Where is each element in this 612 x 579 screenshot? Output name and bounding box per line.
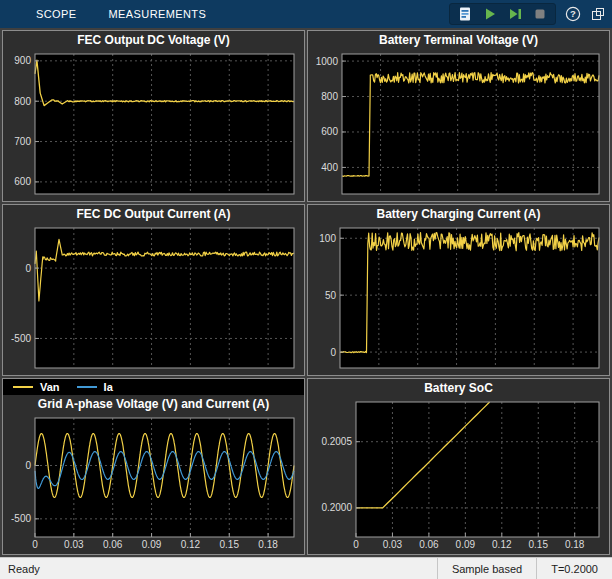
status-ready: Ready [0, 563, 437, 575]
svg-text:700: 700 [14, 136, 31, 147]
chart-title: FEC DC Output Current (A) [3, 205, 304, 223]
tab-scope[interactable]: SCOPE [20, 0, 93, 28]
svg-text:50: 50 [325, 290, 337, 301]
chart-title: Grid A-phase Voltage (V) and Current (A) [3, 395, 304, 413]
svg-text:?: ? [570, 8, 576, 19]
legend: Van Ia [3, 379, 304, 395]
svg-text:0: 0 [32, 539, 38, 550]
tab-measurements[interactable]: MEASUREMENTS [93, 0, 223, 28]
svg-text:800: 800 [321, 91, 338, 102]
plot-battery-charging-current[interactable]: 050100 [310, 223, 607, 373]
legend-item-van[interactable]: Van [40, 381, 60, 393]
legend-item-ia[interactable]: Ia [104, 381, 113, 393]
svg-text:0: 0 [25, 460, 31, 471]
svg-text:0.12: 0.12 [181, 539, 201, 550]
plot-fec-dc-output-current[interactable]: -5000 [5, 223, 302, 373]
svg-text:0.12: 0.12 [492, 539, 512, 550]
chart-title: FEC Output DC Voltage (V) [3, 31, 304, 49]
toolstrip: SCOPE MEASUREMENTS [0, 0, 612, 28]
toolbar-actions: ? [449, 0, 606, 28]
svg-text:0.06: 0.06 [419, 539, 439, 550]
svg-text:1000: 1000 [316, 56, 339, 67]
svg-text:0.18: 0.18 [258, 539, 278, 550]
plot-fec-output-dc-voltage[interactable]: 600700800900 [5, 49, 302, 199]
chart-title: Battery Charging Current (A) [308, 205, 609, 223]
svg-text:100: 100 [319, 233, 336, 244]
panel-battery-soc: Battery SoC 0.20000.200500.030.060.090.1… [307, 378, 610, 555]
svg-text:400: 400 [321, 162, 338, 173]
svg-text:0.09: 0.09 [142, 539, 162, 550]
plot-battery-terminal-voltage[interactable]: 4006008001000 [310, 49, 607, 199]
svg-text:900: 900 [14, 55, 31, 66]
panel-battery-charging-current: Battery Charging Current (A) 050100 [307, 204, 610, 376]
status-sim-time: T=0.2000 [536, 558, 612, 579]
open-in-new-window-icon[interactable] [590, 6, 606, 22]
svg-text:-500: -500 [11, 333, 31, 344]
svg-text:0.09: 0.09 [456, 539, 476, 550]
chart-title: Battery SoC [308, 379, 609, 397]
status-sample-mode: Sample based [437, 558, 536, 579]
status-bar: Ready Sample based T=0.2000 [0, 557, 612, 579]
svg-text:0.06: 0.06 [103, 539, 123, 550]
panel-battery-terminal-voltage: Battery Terminal Voltage (V) 40060080010… [307, 30, 610, 202]
simulation-button-group [449, 3, 556, 25]
svg-text:0.03: 0.03 [383, 539, 403, 550]
svg-text:0: 0 [353, 539, 359, 550]
svg-text:0.15: 0.15 [529, 539, 549, 550]
help-button[interactable]: ? [565, 6, 581, 22]
svg-text:0.03: 0.03 [64, 539, 84, 550]
legend-swatch-van [13, 386, 33, 388]
simulation-manager-icon[interactable] [457, 6, 473, 22]
svg-text:0: 0 [25, 263, 31, 274]
svg-text:0: 0 [330, 347, 336, 358]
stop-button[interactable] [532, 6, 548, 22]
panel-grid-a-phase: Van Ia Grid A-phase Voltage (V) and Curr… [2, 378, 305, 555]
plot-grid-a-phase[interactable]: -500000.030.060.090.120.150.18 [5, 413, 302, 552]
panel-fec-dc-output-current: FEC DC Output Current (A) -5000 [2, 204, 305, 376]
chart-title: Battery Terminal Voltage (V) [308, 31, 609, 49]
svg-text:0.18: 0.18 [565, 539, 585, 550]
svg-text:0.2000: 0.2000 [321, 502, 352, 513]
svg-text:0.2005: 0.2005 [321, 436, 352, 447]
scope-layout: FEC Output DC Voltage (V) 600700800900 B… [0, 28, 612, 557]
svg-text:0.15: 0.15 [220, 539, 240, 550]
svg-text:600: 600 [14, 176, 31, 187]
step-forward-button[interactable] [507, 6, 523, 22]
scope-window: SCOPE MEASUREMENTS [0, 0, 612, 579]
svg-text:800: 800 [14, 96, 31, 107]
plot-battery-soc[interactable]: 0.20000.200500.030.060.090.120.150.18 [310, 397, 607, 552]
svg-text:-500: -500 [11, 513, 31, 524]
svg-text:600: 600 [321, 126, 338, 137]
run-button[interactable] [482, 6, 498, 22]
panel-fec-output-dc-voltage: FEC Output DC Voltage (V) 600700800900 [2, 30, 305, 202]
legend-swatch-ia [77, 386, 97, 388]
